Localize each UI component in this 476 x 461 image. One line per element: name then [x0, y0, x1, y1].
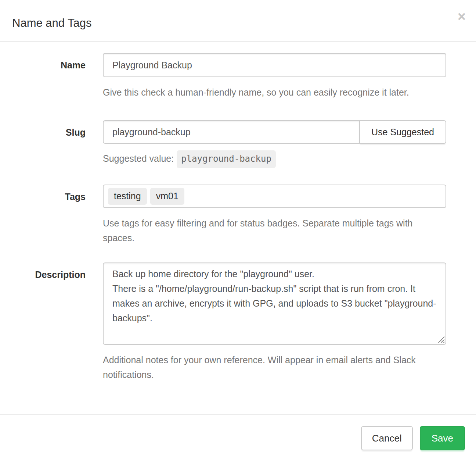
modal-footer: Cancel Save [0, 414, 476, 461]
description-row: Description Back up home directory for t… [0, 262, 446, 382]
tags-label: Tags [0, 185, 103, 245]
suggested-value-prefix: Suggested value: [103, 153, 174, 164]
slug-label: Slug [0, 120, 103, 168]
slug-input[interactable] [103, 120, 360, 144]
slug-input-group: Use Suggested [103, 120, 446, 144]
close-icon[interactable]: × [458, 10, 466, 24]
tags-input[interactable]: testingvm01 [103, 185, 446, 208]
slug-row: Slug Use Suggested Suggested value:playg… [0, 120, 446, 168]
name-and-tags-modal: Name and Tags × Name Give this check a h… [0, 0, 476, 461]
name-help: Give this check a human-friendly name, s… [103, 85, 446, 100]
use-suggested-button[interactable]: Use Suggested [359, 120, 446, 144]
tags-row: Tags testingvm01 Use tags for easy filte… [0, 185, 446, 245]
tag-chip[interactable]: testing [108, 188, 147, 205]
suggested-value-code: playground-backup [177, 150, 276, 168]
page-title: Name and Tags [12, 17, 464, 29]
tags-help: Use tags for easy filtering and for stat… [103, 216, 446, 245]
modal-header: Name and Tags × [0, 0, 476, 42]
name-row: Name Give this check a human-friendly na… [0, 53, 446, 100]
description-textarea[interactable]: Back up home directory for the "playgrou… [103, 262, 446, 345]
description-help: Additional notes for your own reference.… [103, 353, 446, 382]
save-button[interactable]: Save [420, 426, 465, 450]
name-label: Name [0, 53, 103, 100]
name-input[interactable] [103, 53, 446, 77]
modal-body: Name Give this check a human-friendly na… [0, 42, 476, 409]
cancel-button[interactable]: Cancel [361, 426, 413, 450]
suggested-value-line: Suggested value:playground-backup [103, 150, 446, 168]
description-label: Description [0, 262, 103, 382]
tag-chip[interactable]: vm01 [150, 188, 184, 205]
